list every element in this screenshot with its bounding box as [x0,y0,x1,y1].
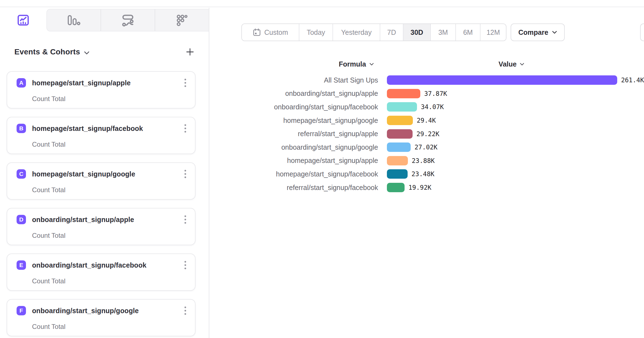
kebab-menu-icon[interactable] [183,305,188,316]
bar-value: 19.92K [408,184,431,191]
chevron-down-icon [552,31,557,34]
tab-insights[interactable] [0,9,46,31]
funnel-bars-icon [67,14,80,26]
bar[interactable] [387,156,408,165]
date-range-3m[interactable]: 3M [430,24,455,41]
event-card-e[interactable]: E onboarding/start_signup/facebook Count… [7,254,196,291]
flows-icon [122,14,134,27]
chart-row: onboarding/start_signup/google 27.02K [210,141,644,154]
event-measure[interactable]: Count Total [32,141,188,148]
tab-funnels[interactable] [47,9,101,31]
bar[interactable] [387,129,413,139]
compare-button[interactable]: Compare [511,23,565,41]
bar-label[interactable]: onboarding/start_signup/google [210,143,378,151]
bar[interactable] [387,142,411,152]
retention-dots-icon [176,14,188,27]
event-letter-badge: A [17,78,26,88]
event-card-f[interactable]: F onboarding/start_signup/google Count T… [7,299,196,336]
bar-label[interactable]: onboarding/start_signup/facebook [210,103,378,111]
bar-label[interactable]: homepage/start_signup/apple [210,157,378,165]
bar[interactable] [387,75,617,85]
kebab-menu-icon[interactable] [183,168,188,180]
event-card-c[interactable]: C homepage/start_signup/google Count Tot… [7,162,196,200]
date-range-30d[interactable]: 30D [403,24,430,41]
date-range-control: Custom Today Yesterday 7D 30D 3M 6M 12M [241,23,506,41]
event-measure[interactable]: Count Total [32,323,188,331]
event-card-d[interactable]: D onboarding/start_signup/apple Count To… [7,208,196,245]
date-range-7d[interactable]: 7D [380,24,403,41]
chevron-down-icon [369,63,374,66]
value-column-header[interactable]: Value [498,60,524,68]
report-main-area: Custom Today Yesterday 7D 30D 3M 6M 12M … [210,8,644,338]
event-name[interactable]: onboarding/start_signup/apple [32,216,134,224]
bar-value: 27.02K [415,144,437,151]
event-name[interactable]: homepage/start_signup/google [32,170,135,178]
bar-value: 29.22K [416,130,439,138]
event-name[interactable]: homepage/start_signup/apple [32,79,131,87]
chart-row: onboarding/start_signup/apple 37.87K [210,87,644,101]
bar-value: 23.48K [411,170,434,178]
chart-row: homepage/start_signup/google 29.4K [210,114,644,127]
date-range-custom[interactable]: Custom [242,24,299,41]
plus-icon [186,47,194,56]
formula-column-header[interactable]: Formula [339,60,374,68]
bar-label[interactable]: All Start Sign Ups [210,76,378,84]
bar-label[interactable]: homepage/start_signup/facebook [210,170,378,178]
date-range-6m[interactable]: 6M [455,24,480,41]
bar[interactable] [387,116,413,125]
chart-row: homepage/start_signup/facebook 23.48K [210,167,644,181]
bar-label[interactable]: referral/start_signup/facebook [210,184,378,192]
event-measure[interactable]: Count Total [32,95,188,103]
events-cohorts-header: Events & Cohorts [14,46,196,57]
horizontal-bar-chart: All Start Sign Ups 261.4K onboarding/sta… [210,73,644,194]
chevron-down-icon [84,51,89,55]
bar-value: 34.07K [421,103,444,110]
chevron-down-icon [520,63,524,66]
chart-row: referral/start_signup/facebook 19.92K [210,181,644,194]
truncated-right-button[interactable] [640,23,644,41]
event-letter-badge: D [17,215,26,224]
bar[interactable] [387,102,417,112]
bar-label[interactable]: homepage/start_signup/google [210,117,378,125]
tab-retention[interactable] [155,9,209,31]
date-range-12m[interactable]: 12M [480,24,506,41]
event-name[interactable]: homepage/start_signup/facebook [32,125,143,133]
event-letter-badge: E [17,260,26,270]
tab-flows[interactable] [101,9,155,31]
event-letter-badge: F [17,306,26,315]
event-measure[interactable]: Count Total [32,277,188,285]
date-range-today[interactable]: Today [299,24,332,41]
bar[interactable] [387,89,420,98]
event-measure[interactable]: Count Total [32,186,188,194]
event-card-b[interactable]: B homepage/start_signup/facebook Count T… [7,117,196,154]
inactive-tabs-group [46,9,209,31]
top-chrome-strip [0,0,644,7]
event-letter-badge: B [17,124,26,133]
bar-value: 37.87K [424,90,447,97]
bar-label[interactable]: onboarding/start_signup/apple [210,89,378,97]
chart-row: referral/start_signup/apple 29.22K [210,127,644,141]
event-measure[interactable]: Count Total [32,232,188,239]
kebab-menu-icon[interactable] [183,123,188,134]
bar-value: 261.4K [621,76,644,84]
event-card-list: A homepage/start_signup/apple Count Tota… [7,71,196,336]
chart-row: homepage/start_signup/apple 23.88K [210,154,644,168]
bar[interactable] [387,183,405,192]
chart-row: onboarding/start_signup/facebook 34.07K [210,100,644,114]
add-event-button[interactable] [184,46,196,57]
event-name[interactable]: onboarding/start_signup/facebook [32,261,146,269]
kebab-menu-icon[interactable] [183,259,188,271]
chart-row: All Start Sign Ups 261.4K [210,73,644,87]
event-name[interactable]: onboarding/start_signup/google [32,307,139,315]
event-letter-badge: C [17,169,26,179]
bar-value: 29.4K [417,117,436,124]
event-card-a[interactable]: A homepage/start_signup/apple Count Tota… [7,71,196,109]
line-chart-icon [17,14,29,27]
bar[interactable] [387,169,408,179]
bar-label[interactable]: referral/start_signup/apple [210,130,378,138]
date-range-yesterday[interactable]: Yesterday [332,24,380,41]
kebab-menu-icon[interactable] [183,77,188,89]
events-cohorts-title[interactable]: Events & Cohorts [14,47,80,56]
kebab-menu-icon[interactable] [183,214,188,225]
query-builder-sidebar: Events & Cohorts A homepage/start_signup… [0,8,209,338]
